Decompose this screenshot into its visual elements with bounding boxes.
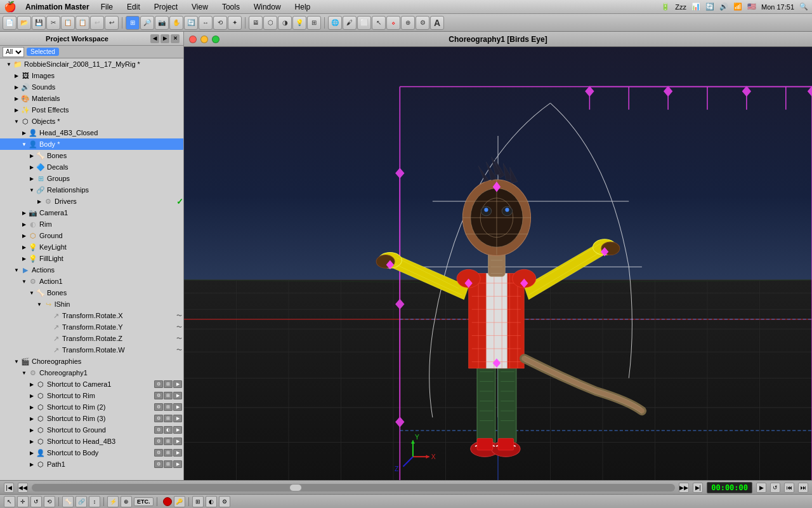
expand-action1[interactable]: ▼ <box>20 277 28 285</box>
tree-item-groups[interactable]: ▶ ⊞ Groups <box>0 173 183 184</box>
sc-ground-icon3[interactable]: ▶ <box>173 426 182 434</box>
sc-body-icon2[interactable]: ⊞ <box>164 449 173 457</box>
tl-slider[interactable] <box>32 484 675 491</box>
zoom-btn[interactable]: 🔎 <box>140 16 154 30</box>
expand-sc-body[interactable]: ▶ <box>28 449 36 457</box>
tree-item-keylight[interactable]: ▶ 💡 KeyLight <box>0 241 183 253</box>
expand-sc-head[interactable]: ▶ <box>28 438 36 445</box>
max-btn[interactable] <box>212 36 219 43</box>
tl-forward[interactable]: ▶▶ <box>679 483 689 493</box>
btm-magnet[interactable]: ⚡ <box>107 496 119 507</box>
expand-sc-camera1[interactable]: ▶ <box>28 380 36 388</box>
tl-thumb[interactable] <box>289 484 302 491</box>
tree-item-sc-ground[interactable]: ▶ ⬡ Shortcut to Ground ⚙ ◐ ▶ <box>0 424 183 436</box>
tree-item-ground[interactable]: ▶ ⬡ Ground <box>0 230 183 241</box>
expand-postfx[interactable]: ▶ <box>13 106 20 114</box>
tree-item-postfx[interactable]: ▶ ✨ Post Effects <box>0 104 183 116</box>
tree-item-bones2[interactable]: ▼ 🦴 Bones <box>0 287 183 298</box>
cursor-btn[interactable]: ↖ <box>372 16 386 30</box>
sc-rim-icon1[interactable]: ⚙ <box>154 392 163 399</box>
expand-sc-ground[interactable]: ▶ <box>28 426 36 434</box>
sc-rim3-icon1[interactable]: ⚙ <box>154 415 163 422</box>
expand-root[interactable]: ▼ <box>5 60 13 68</box>
expand-rim[interactable]: ▶ <box>20 220 28 228</box>
tree-item-tr-rot-z[interactable]: ↗ Transform.Rotate.Z 〜 <box>0 333 183 344</box>
menu-project[interactable]: Project <box>152 2 180 12</box>
menu-tools[interactable]: Tools <box>219 2 242 12</box>
tree-item-sc-head[interactable]: ▶ ⬡ Shortcut to Head_4B3 ⚙ ⊞ ▶ <box>0 436 183 447</box>
tl-prev-frame[interactable]: |◀ <box>4 483 14 493</box>
tree-item-objects[interactable]: ▼ ⬡ Objects * <box>0 116 183 127</box>
expand-body[interactable]: ▼ <box>20 140 28 148</box>
record-btn[interactable] <box>163 497 172 506</box>
tree-item-camera1[interactable]: ▶ 📷 Camera1 <box>0 207 183 218</box>
expand-filllight[interactable]: ▶ <box>20 255 28 262</box>
tree-item-ishin[interactable]: ▼ ↪ lShin <box>0 298 183 310</box>
sc-rim3-icon3[interactable]: ▶ <box>173 415 182 422</box>
toolbar-btn-7[interactable]: ↩ <box>90 16 104 30</box>
tree-item-tr-rot-y[interactable]: ↗ Transform.Rotate.Y 〜 <box>0 321 183 333</box>
btm-rotate[interactable]: ↺ <box>30 496 42 507</box>
tree-item-sc-body[interactable]: ▶ 👤 Shortcut to Body ⚙ ⊞ ▶ <box>0 447 183 458</box>
sc-ground-icon2[interactable]: ◐ <box>164 426 173 434</box>
btm-scale[interactable]: ⟲ <box>44 496 55 507</box>
new-btn[interactable]: 📄 <box>3 16 16 30</box>
sc-rim-icon2[interactable]: ⊞ <box>164 392 173 399</box>
expand-bones2[interactable]: ▼ <box>28 289 36 297</box>
sc-head-icon3[interactable]: ▶ <box>173 438 182 445</box>
expand-keylight[interactable]: ▶ <box>20 243 28 251</box>
btm-mode3[interactable]: ⚙ <box>219 496 230 507</box>
expand-sc-rim[interactable]: ▶ <box>28 392 36 399</box>
tree-item-path1[interactable]: ▶ ⬡ Path1 ⚙ ⊞ ▶ <box>0 458 183 470</box>
expand-choreographies[interactable]: ▼ <box>13 358 20 365</box>
tree-item-body[interactable]: ▼ 👤 Body * <box>0 138 183 150</box>
project-tree[interactable]: ▼ 📁 RobbieSinclair_2008_11_17_MyRig * ▶ … <box>0 58 183 480</box>
expand-actions[interactable]: ▼ <box>13 266 20 274</box>
menu-help[interactable]: Help <box>292 2 313 12</box>
sc-body-icon3[interactable]: ▶ <box>173 449 182 457</box>
tree-item-choreographies[interactable]: ▼ 🎬 Choreographies <box>0 356 183 367</box>
text-btn[interactable]: A <box>430 16 444 30</box>
tree-item-head[interactable]: ▶ 👤 Head_4B3_Closed <box>0 127 183 138</box>
expand-sounds[interactable]: ▶ <box>13 83 20 91</box>
menu-view[interactable]: View <box>189 2 211 12</box>
expand-images[interactable]: ▶ <box>13 72 20 79</box>
tree-item-sc-rim3[interactable]: ▶ ⬡ Shortcut to Rim (3) ⚙ ⊞ ▶ <box>0 413 183 424</box>
sc-rim-icon3[interactable]: ▶ <box>173 392 182 399</box>
tree-item-rim[interactable]: ▶ ◐ Rim <box>0 218 183 230</box>
toolbar-btn-6[interactable]: 📋 <box>75 16 89 30</box>
sc-rim2-icon1[interactable]: ⚙ <box>154 403 163 411</box>
toolbar-btn-5[interactable]: 📋 <box>61 16 75 30</box>
expand-sc-rim3[interactable]: ▶ <box>28 415 36 422</box>
undo-btn[interactable]: ↩ <box>105 16 119 30</box>
wire-btn[interactable]: ⬡ <box>263 16 277 30</box>
tree-item-drivers[interactable]: ▶ ⚙ Drivers ✓ <box>0 196 183 207</box>
expand-sc-rim2[interactable]: ▶ <box>28 403 36 411</box>
tree-item-images[interactable]: ▶ 🖼 Images <box>0 70 183 81</box>
tree-item-tr-rot-x[interactable]: ↗ Transform.Rotate.X 〜 <box>0 310 183 321</box>
expand-camera1[interactable]: ▶ <box>20 209 28 217</box>
tl-step-back[interactable]: ⏮ <box>784 483 794 493</box>
viewport-canvas[interactable]: X Y Z <box>184 47 812 480</box>
tree-item-action1[interactable]: ▼ ⚙ Action1 <box>0 276 183 287</box>
save-btn[interactable]: 💾 <box>32 16 46 30</box>
sc-body-icon1[interactable]: ⚙ <box>154 449 163 457</box>
btm-etc[interactable]: ETC. <box>134 497 154 506</box>
btm-mode2[interactable]: ◐ <box>206 496 217 507</box>
expand-ground[interactable]: ▶ <box>20 232 28 239</box>
expand-drivers[interactable]: ▶ <box>36 197 43 205</box>
tl-step-fwd[interactable]: ⏭ <box>798 483 808 493</box>
tree-item-sc-camera1[interactable]: ▶ ⬡ Shortcut to Camera1 ⚙ ⊞ ▶ <box>0 378 183 390</box>
tools-btn[interactable]: ⚙ <box>416 16 429 30</box>
filter-select[interactable]: All <box>3 47 24 57</box>
move-btn[interactable]: ↔ <box>199 16 213 30</box>
rotate-btn[interactable]: 🔄 <box>184 16 198 30</box>
expand-choreo1[interactable]: ▼ <box>20 369 28 377</box>
tl-rewind[interactable]: ◀◀ <box>18 483 28 493</box>
viewport[interactable]: Choreography1 [Birds Eye] <box>184 32 812 480</box>
expand-path1[interactable]: ▶ <box>28 460 36 468</box>
scale-btn[interactable]: ⟲ <box>213 16 227 30</box>
tree-item-decals[interactable]: ▶ 🔷 Decals <box>0 161 183 173</box>
sc-rim3-icon2[interactable]: ⊞ <box>164 415 173 422</box>
expand-bones[interactable]: ▶ <box>28 152 36 159</box>
